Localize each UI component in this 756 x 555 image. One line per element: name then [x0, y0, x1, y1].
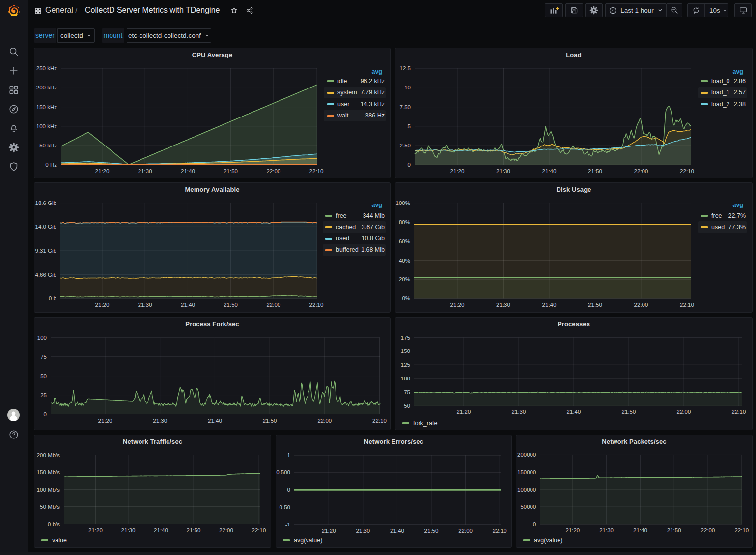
svg-text:0.500: 0.500 [276, 469, 290, 475]
svg-text:22:00: 22:00 [266, 302, 280, 308]
svg-text:22:10: 22:10 [309, 302, 324, 308]
svg-text:150 kHz: 150 kHz [36, 104, 57, 110]
svg-text:21:30: 21:30 [138, 168, 152, 174]
svg-text:21:40: 21:40 [633, 527, 647, 533]
svg-text:22:10: 22:10 [309, 168, 324, 174]
svg-text:175: 175 [401, 335, 410, 341]
svg-text:0 b: 0 b [49, 295, 56, 301]
svg-text:21:50: 21:50 [667, 527, 681, 533]
svg-text:22:10: 22:10 [252, 527, 266, 533]
svg-text:75: 75 [40, 354, 47, 360]
svg-text:21:50: 21:50 [424, 528, 439, 534]
svg-text:21:30: 21:30 [153, 418, 167, 424]
svg-text:40%: 40% [399, 258, 410, 263]
svg-text:21:40: 21:40 [390, 528, 404, 534]
svg-text:22:00: 22:00 [219, 527, 233, 533]
svg-text:21:20: 21:20 [457, 409, 471, 415]
svg-text:21:30: 21:30 [599, 527, 614, 533]
svg-text:21:20: 21:20 [450, 302, 465, 308]
svg-text:22:10: 22:10 [732, 409, 746, 415]
svg-text:0: 0 [44, 411, 47, 417]
svg-text:50 Mb/s: 50 Mb/s [40, 504, 60, 510]
svg-text:21:30: 21:30 [496, 302, 510, 308]
svg-text:4.66 Gib: 4.66 Gib [35, 272, 56, 278]
svg-text:21:20: 21:20 [322, 528, 336, 534]
svg-text:21:40: 21:40 [567, 409, 581, 415]
svg-text:20%: 20% [399, 276, 410, 282]
svg-text:14.0 Gib: 14.0 Gib [35, 224, 56, 230]
svg-text:21:40: 21:40 [542, 302, 557, 308]
svg-text:50: 50 [40, 373, 47, 379]
svg-text:21:40: 21:40 [181, 302, 195, 308]
svg-text:0: 0 [408, 162, 411, 168]
svg-text:22:10: 22:10 [372, 418, 387, 424]
svg-text:10: 10 [404, 85, 411, 90]
svg-text:200 Mb/s: 200 Mb/s [37, 452, 60, 458]
svg-text:21:30: 21:30 [512, 409, 526, 415]
svg-text:0 Hz: 0 Hz [45, 162, 57, 168]
svg-text:25: 25 [40, 392, 47, 398]
svg-text:22:00: 22:00 [317, 418, 332, 424]
svg-text:22:00: 22:00 [458, 528, 473, 534]
svg-text:150000: 150000 [517, 469, 536, 475]
svg-text:21:40: 21:40 [154, 527, 168, 533]
svg-text:21:50: 21:50 [224, 168, 238, 174]
svg-text:0: 0 [287, 487, 290, 493]
svg-text:-0.50: -0.50 [278, 504, 290, 510]
svg-text:22:10: 22:10 [734, 527, 749, 533]
svg-text:100: 100 [37, 335, 47, 341]
svg-text:21:20: 21:20 [450, 168, 465, 174]
svg-text:21:50: 21:50 [263, 418, 277, 424]
svg-text:100 kHz: 100 kHz [36, 123, 57, 129]
svg-text:-1: -1 [285, 522, 290, 527]
svg-text:21:20: 21:20 [95, 168, 110, 174]
svg-text:21:40: 21:40 [542, 168, 557, 174]
svg-text:22:00: 22:00 [634, 302, 648, 308]
svg-text:100%: 100% [396, 200, 410, 206]
svg-text:21:20: 21:20 [98, 418, 112, 424]
svg-text:22:00: 22:00 [266, 168, 280, 174]
svg-text:21:20: 21:20 [95, 302, 110, 308]
svg-text:21:50: 21:50 [187, 527, 201, 533]
svg-text:18.6 Gib: 18.6 Gib [35, 200, 56, 206]
svg-text:22:10: 22:10 [493, 528, 507, 534]
svg-text:0 b/s: 0 b/s [48, 521, 60, 527]
svg-text:21:50: 21:50 [588, 168, 602, 174]
svg-text:125: 125 [401, 362, 410, 368]
svg-text:100 Mb/s: 100 Mb/s [37, 487, 60, 493]
svg-text:9.31 Gib: 9.31 Gib [35, 248, 56, 254]
svg-text:21:50: 21:50 [622, 409, 636, 415]
svg-text:60%: 60% [399, 238, 410, 244]
svg-text:75: 75 [404, 389, 410, 395]
svg-text:21:50: 21:50 [224, 302, 238, 308]
svg-text:22:10: 22:10 [680, 168, 694, 174]
svg-text:21:20: 21:20 [565, 527, 580, 533]
svg-text:100: 100 [401, 376, 410, 381]
svg-text:2.50: 2.50 [400, 143, 411, 148]
svg-text:7.50: 7.50 [400, 104, 411, 110]
svg-text:100000: 100000 [517, 487, 536, 493]
svg-text:80%: 80% [399, 219, 410, 225]
svg-text:150 Mb/s: 150 Mb/s [37, 469, 60, 475]
svg-text:21:30: 21:30 [138, 302, 152, 308]
svg-text:200 kHz: 200 kHz [36, 85, 57, 90]
svg-text:50 kHz: 50 kHz [39, 143, 57, 148]
svg-text:50000: 50000 [520, 504, 536, 510]
svg-text:1: 1 [287, 452, 290, 458]
svg-text:0: 0 [533, 521, 536, 527]
svg-text:150: 150 [401, 348, 410, 354]
svg-text:22:10: 22:10 [680, 302, 694, 308]
svg-text:12.5: 12.5 [400, 65, 411, 71]
svg-text:250 kHz: 250 kHz [36, 65, 57, 71]
svg-text:22:00: 22:00 [677, 409, 691, 415]
svg-text:50: 50 [404, 403, 410, 409]
svg-text:21:40: 21:40 [181, 168, 195, 174]
svg-text:22:00: 22:00 [634, 168, 648, 174]
svg-text:0%: 0% [402, 295, 410, 301]
svg-text:21:20: 21:20 [88, 527, 103, 533]
svg-text:21:30: 21:30 [356, 528, 370, 534]
svg-text:22:00: 22:00 [701, 527, 715, 533]
svg-text:21:40: 21:40 [208, 418, 222, 424]
svg-text:21:50: 21:50 [588, 302, 602, 308]
svg-text:200000: 200000 [517, 452, 536, 458]
